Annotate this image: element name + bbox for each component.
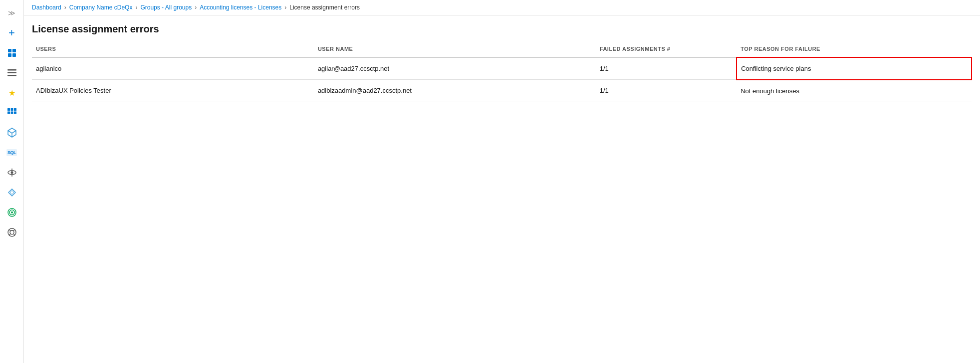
cell-reason: Not enough licenses (736, 80, 972, 102)
sql-icon: SQL (6, 149, 17, 156)
svg-rect-6 (7, 75, 16, 76)
svg-marker-19 (10, 190, 14, 194)
svg-point-22 (11, 211, 13, 213)
cell-failed: 1/1 (596, 80, 736, 102)
package-icon (7, 128, 16, 138)
table-header-row: USERS USER NAME FAILED ASSIGNMENTS # TOP… (32, 41, 972, 57)
breadcrumb-sep-2: › (135, 4, 137, 11)
breadcrumb-groups[interactable]: Groups - All groups (140, 4, 192, 11)
apps-icon (7, 108, 16, 117)
svg-rect-10 (7, 112, 10, 114)
breadcrumb-licenses[interactable]: Accounting licenses - Licenses (200, 4, 281, 11)
cell-username: agilar@aad27.ccsctp.net (314, 57, 596, 80)
sidebar-support[interactable] (3, 223, 21, 241)
breadcrumb-sep-3: › (195, 4, 197, 11)
favorites-icon: ★ (8, 88, 15, 98)
add-icon: + (8, 27, 15, 38)
cell-users: agilanico (32, 57, 314, 80)
cell-reason: Conflicting service plans (736, 57, 972, 80)
svg-rect-8 (10, 108, 13, 111)
cell-username: adibizaadmin@aad27.ccsctp.net (314, 80, 596, 102)
breadcrumb-dashboard[interactable]: Dashboard (32, 4, 61, 11)
cell-failed: 1/1 (596, 57, 736, 80)
svg-rect-9 (14, 108, 16, 111)
sidebar-dashboard[interactable] (3, 44, 21, 62)
sidebar-favorites[interactable]: ★ (3, 84, 21, 102)
sidebar-orbit[interactable] (3, 164, 21, 182)
dashboard-icon (7, 48, 16, 57)
breadcrumb-company[interactable]: Company Name cDeQx (69, 4, 133, 11)
sidebar: ≫ + ★ (0, 0, 24, 363)
svg-rect-12 (14, 112, 16, 114)
sidebar-add[interactable]: + (3, 24, 21, 42)
svg-rect-7 (7, 108, 10, 111)
svg-rect-5 (7, 72, 16, 74)
orbit-icon (7, 168, 16, 177)
list-icon (7, 69, 16, 76)
main-content: Dashboard › Company Name cDeQx › Groups … (24, 0, 980, 363)
col-header-users: USERS (32, 41, 314, 57)
breadcrumb: Dashboard › Company Name cDeQx › Groups … (24, 0, 980, 15)
cell-users: ADIbizaUX Policies Tester (32, 80, 314, 102)
svg-line-25 (9, 229, 10, 231)
page-title: License assignment errors (32, 23, 972, 35)
expand-icon: ≫ (8, 9, 15, 17)
sidebar-target[interactable] (3, 203, 21, 221)
col-header-failed: FAILED ASSIGNMENTS # (596, 41, 736, 57)
svg-line-26 (13, 229, 14, 231)
svg-rect-2 (8, 53, 11, 57)
svg-point-24 (10, 230, 14, 234)
page-header: License assignment errors (24, 15, 980, 41)
svg-line-27 (13, 234, 14, 235)
svg-rect-0 (8, 49, 11, 52)
breadcrumb-sep-1: › (64, 4, 66, 11)
svg-rect-3 (12, 53, 16, 57)
svg-rect-1 (12, 49, 16, 52)
table-row[interactable]: ADIbizaUX Policies Testeradibizaadmin@aa… (32, 80, 972, 102)
table-container: USERS USER NAME FAILED ASSIGNMENTS # TOP… (24, 41, 980, 363)
col-header-username: USER NAME (314, 41, 596, 57)
col-header-reason: TOP REASON FOR FAILURE (736, 41, 972, 57)
sidebar-apps[interactable] (3, 104, 21, 122)
sidebar-list[interactable] (3, 64, 21, 82)
svg-line-28 (9, 234, 10, 235)
diamond-icon (8, 188, 16, 196)
breadcrumb-sep-4: › (284, 4, 286, 11)
breadcrumb-current: License assignment errors (289, 4, 360, 11)
sidebar-sql[interactable]: SQL (3, 144, 21, 162)
svg-marker-18 (8, 189, 15, 196)
svg-point-17 (10, 172, 13, 174)
sidebar-diamond[interactable] (3, 183, 21, 201)
svg-rect-4 (7, 69, 16, 71)
svg-rect-11 (10, 112, 13, 114)
sidebar-package[interactable] (3, 124, 21, 142)
sidebar-expand[interactable]: ≫ (3, 4, 21, 22)
table-row[interactable]: agilanicoagilar@aad27.ccsctp.net1/1Confl… (32, 57, 972, 80)
target-icon (7, 208, 16, 217)
support-icon (7, 228, 16, 237)
license-errors-table: USERS USER NAME FAILED ASSIGNMENTS # TOP… (32, 41, 972, 102)
